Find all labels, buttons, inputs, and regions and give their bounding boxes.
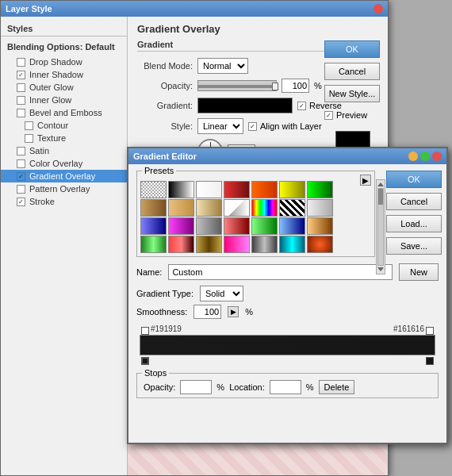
opacity-stops-input[interactable] bbox=[180, 380, 212, 394]
ge-save-button[interactable]: Save... bbox=[386, 237, 442, 255]
opacity-unit: % bbox=[314, 81, 322, 90]
gradient-name-input[interactable] bbox=[168, 264, 393, 280]
preset-item[interactable] bbox=[140, 217, 167, 235]
opacity-stop-left[interactable] bbox=[141, 327, 149, 335]
preset-item[interactable] bbox=[224, 236, 250, 253]
sidebar-item-texture[interactable]: Texture bbox=[1, 132, 127, 144]
preset-item[interactable] bbox=[251, 236, 278, 253]
preset-item[interactable] bbox=[196, 181, 222, 198]
preset-item[interactable] bbox=[196, 236, 222, 253]
bevel-emboss-label: Bevel and Emboss bbox=[29, 108, 102, 117]
delete-button[interactable]: Delete bbox=[319, 380, 355, 394]
new-gradient-button[interactable]: New bbox=[399, 263, 439, 281]
gradient-swatch[interactable] bbox=[197, 98, 293, 113]
sidebar-item-satin[interactable]: Satin bbox=[1, 144, 127, 157]
align-layer-group: Align with Layer bbox=[248, 121, 322, 131]
opacity-stop-right[interactable] bbox=[426, 327, 434, 335]
presets-expand-button[interactable]: ▶ bbox=[360, 175, 371, 186]
opacity-input[interactable] bbox=[282, 79, 309, 93]
presets-scrollbar[interactable] bbox=[376, 179, 385, 274]
sidebar-item-drop-shadow[interactable]: Drop Shadow bbox=[1, 56, 127, 68]
cancel-button[interactable]: Cancel bbox=[324, 63, 380, 80]
maximize-icon[interactable] bbox=[420, 152, 430, 161]
drop-shadow-checkbox[interactable] bbox=[17, 58, 25, 67]
style-select[interactable]: Linear Radial Angle bbox=[197, 118, 243, 134]
preset-item[interactable] bbox=[224, 181, 250, 198]
sidebar-item-bevel-emboss[interactable]: Bevel and Emboss bbox=[1, 106, 127, 119]
gradient-type-select[interactable]: Solid Noise bbox=[200, 286, 243, 301]
scroll-down-arrow[interactable] bbox=[377, 267, 384, 271]
preset-item[interactable] bbox=[140, 199, 167, 217]
inner-glow-label: Inner Glow bbox=[29, 95, 71, 105]
preset-item[interactable] bbox=[140, 181, 167, 198]
preset-item[interactable] bbox=[307, 236, 333, 253]
color-stop-left[interactable] bbox=[141, 357, 149, 365]
ge-load-button[interactable]: Load... bbox=[386, 215, 442, 232]
preset-item[interactable] bbox=[196, 217, 222, 235]
preset-item[interactable] bbox=[279, 217, 305, 235]
preset-item[interactable] bbox=[279, 199, 305, 217]
left-panel: Styles Blending Options: Default Drop Sh… bbox=[1, 17, 128, 475]
preset-item[interactable] bbox=[279, 181, 305, 198]
inner-glow-checkbox[interactable] bbox=[17, 96, 25, 105]
preset-item[interactable] bbox=[251, 181, 278, 198]
gradient-preview-bar[interactable] bbox=[140, 335, 435, 355]
preset-item[interactable] bbox=[224, 217, 250, 235]
presets-label: Presets bbox=[142, 166, 176, 175]
preset-item[interactable] bbox=[307, 217, 333, 235]
location-input[interactable] bbox=[270, 380, 301, 394]
preset-item[interactable] bbox=[279, 236, 305, 253]
blending-header[interactable]: Blending Options: Default bbox=[1, 40, 127, 54]
preset-item[interactable] bbox=[307, 181, 333, 198]
ge-ok-button[interactable]: OK bbox=[386, 171, 442, 188]
smoothness-input[interactable] bbox=[193, 305, 221, 319]
sidebar-item-contour[interactable]: Contour bbox=[1, 119, 127, 132]
opacity-slider[interactable] bbox=[197, 80, 277, 91]
sidebar-item-color-overlay[interactable]: Color Overlay bbox=[1, 157, 127, 170]
scroll-track[interactable] bbox=[377, 188, 384, 266]
opacity-label: Opacity: bbox=[137, 81, 193, 90]
texture-label: Texture bbox=[37, 133, 66, 143]
preset-item[interactable] bbox=[251, 199, 278, 217]
satin-checkbox[interactable] bbox=[17, 147, 25, 155]
sidebar-item-gradient-overlay[interactable]: Gradient Overlay bbox=[1, 170, 127, 182]
sidebar-item-outer-glow[interactable]: Outer Glow bbox=[1, 81, 127, 94]
outer-glow-checkbox[interactable] bbox=[17, 83, 25, 92]
minimize-icon[interactable] bbox=[408, 152, 418, 161]
preset-item[interactable] bbox=[307, 199, 333, 217]
align-layer-checkbox[interactable] bbox=[248, 122, 257, 131]
blend-mode-select[interactable]: Normal Multiply Screen bbox=[197, 58, 248, 74]
preset-item[interactable] bbox=[224, 199, 250, 217]
preset-item[interactable] bbox=[251, 217, 278, 235]
scroll-up-arrow[interactable] bbox=[377, 182, 384, 186]
preset-item[interactable] bbox=[168, 181, 194, 198]
preview-checkbox[interactable] bbox=[324, 111, 333, 120]
preset-item[interactable] bbox=[140, 236, 167, 253]
close-icon[interactable] bbox=[373, 4, 383, 13]
sidebar-item-inner-shadow[interactable]: Inner Shadow bbox=[1, 68, 127, 81]
texture-checkbox[interactable] bbox=[25, 134, 33, 143]
sidebar-item-inner-glow[interactable]: Inner Glow bbox=[1, 94, 127, 106]
smoothness-increment-icon[interactable]: ▶ bbox=[228, 306, 239, 317]
preset-item[interactable] bbox=[168, 217, 194, 235]
bevel-emboss-checkbox[interactable] bbox=[17, 109, 25, 117]
color-stop-right[interactable] bbox=[426, 357, 434, 365]
stroke-checkbox[interactable] bbox=[17, 198, 25, 206]
contour-checkbox[interactable] bbox=[25, 121, 33, 130]
preset-item[interactable] bbox=[196, 199, 222, 217]
scroll-thumb[interactable] bbox=[378, 189, 383, 205]
ok-button[interactable]: OK bbox=[324, 40, 380, 58]
color-stops-row bbox=[140, 355, 435, 367]
new-style-button[interactable]: New Style... bbox=[324, 85, 380, 102]
gradient-overlay-checkbox[interactable] bbox=[17, 172, 25, 181]
reverse-checkbox[interactable] bbox=[297, 102, 306, 110]
inner-shadow-checkbox[interactable] bbox=[17, 71, 25, 79]
ge-cancel-button[interactable]: Cancel bbox=[386, 193, 442, 210]
preset-item[interactable] bbox=[168, 199, 194, 217]
gradient-editor-close-icon[interactable] bbox=[432, 152, 442, 161]
color-overlay-checkbox[interactable] bbox=[17, 159, 25, 168]
sidebar-item-stroke[interactable]: Stroke bbox=[1, 195, 127, 208]
pattern-overlay-checkbox[interactable] bbox=[17, 185, 25, 194]
sidebar-item-pattern-overlay[interactable]: Pattern Overlay bbox=[1, 182, 127, 195]
preset-item[interactable] bbox=[168, 236, 194, 253]
